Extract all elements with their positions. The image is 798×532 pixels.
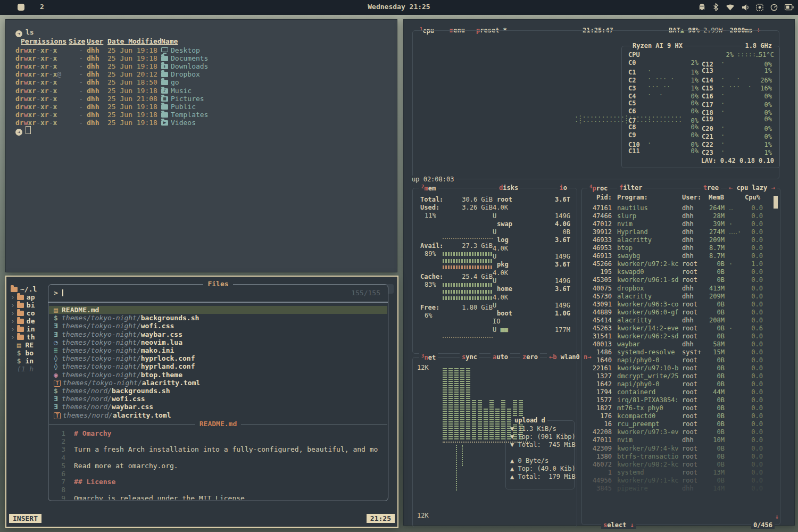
command-text[interactable]: ls — [26, 28, 34, 36]
battery-icon[interactable] — [785, 4, 794, 11]
process-row[interactable]: 46933alacrittydhh209M0.0 — [582, 236, 772, 244]
process-row[interactable]: 46913swaybgdhh8.7M0.0 — [582, 252, 772, 260]
proc-sort-control[interactable]: ← cpu lazy → — [727, 184, 777, 192]
process-row[interactable]: 45266kworker/u97:2-kcroot0B·1.0 — [582, 260, 772, 268]
picker-item[interactable]: Ǝthemes/nord/waybar.css — [49, 403, 387, 411]
net-auto-button[interactable]: auto — [491, 353, 510, 361]
picker-item[interactable]: $themes/tokyo-night/backgrounds.sh — [49, 314, 387, 322]
file-tree-item[interactable]: ›de — [11, 317, 35, 325]
process-row[interactable]: 44956kworker/u97:1-kcroot0B0.0 — [582, 477, 772, 485]
process-row[interactable]: 47161nautilusdhh264M‥0.0 — [582, 204, 772, 212]
process-row[interactable]: 46953btopdhh8.7M0.0 — [582, 244, 772, 252]
process-row[interactable]: 22161kworker/u97:10-broot0B0.0 — [582, 364, 772, 372]
picker-prompt[interactable]: > — [54, 289, 63, 297]
net-box: 3net sync auto zero ←b wlan0 n→ 12K 12K … — [412, 357, 577, 527]
file-tree-item[interactable]: ›$ bo — [11, 349, 34, 357]
process-row[interactable]: 43091kworker/u96:3-coroot0B0.0 — [582, 301, 772, 309]
process-row[interactable]: 39912Hyprlanddhh274M‥‥·0.0 — [582, 228, 772, 236]
process-row[interactable]: 195kswapd0root0B0.0 — [582, 268, 772, 276]
proc-header-user[interactable]: User: — [682, 194, 701, 201]
process-row[interactable]: 176kcompactd0root0B0.0 — [582, 412, 772, 420]
process-row[interactable]: 1642napi/phy0-0root0B0.0 — [582, 380, 772, 388]
process-row[interactable]: 42309kworker/u97:4-kvroot0B0.0 — [582, 445, 772, 453]
cpu-core-row: C50% — [628, 99, 700, 107]
process-row[interactable]: 1794containerdroot44M0.0 — [582, 388, 772, 396]
io-title[interactable]: io — [558, 184, 569, 192]
process-row[interactable]: 45305kworker/u96:1-sdroot0B0.0 — [582, 276, 772, 284]
wifi-icon[interactable] — [726, 4, 735, 11]
process-row[interactable]: 47012nvimdhh39M·0.0 — [582, 220, 772, 228]
file-tree-item[interactable]: ›co — [11, 309, 35, 317]
process-row[interactable]: 1380btrfs-transactioroot0B0.0 — [582, 453, 772, 461]
proc-box: 4proc filter tree ← cpu lazy → Pid: Prog… — [581, 188, 780, 525]
process-row[interactable]: 1systemdroot13M0.0 — [582, 469, 772, 477]
process-row[interactable]: 45414alacrittydhh208M0.0 — [582, 317, 772, 325]
net-sync-button[interactable]: sync — [460, 353, 479, 361]
picker-item[interactable]: $themes/nord/backgrounds.sh — [49, 387, 387, 395]
folder-icon — [161, 112, 168, 118]
file-tree-item[interactable]: ›(1 h — [11, 365, 34, 373]
process-row[interactable]: 46072kworker/u98:2-kcroot0B0.0 — [582, 461, 772, 469]
picker-item[interactable]: ≡themes/tokyo-night/mako.ini — [49, 346, 387, 354]
proc-tree-button[interactable]: tree — [701, 184, 721, 192]
bluetooth-icon[interactable] — [713, 3, 719, 11]
disks-title[interactable]: disks — [497, 184, 520, 192]
proc-select-button[interactable]: select ↓ — [601, 521, 636, 529]
process-row[interactable]: 42208kworker/u97:3-evroot0B0.0 — [582, 428, 772, 436]
file-tree-item[interactable]: ›in — [11, 325, 35, 333]
picker-item[interactable]: Ǝthemes/tokyo-night/waybar.css — [49, 330, 387, 338]
shell-prompt-2[interactable]: ➔ — [15, 126, 31, 134]
picker-item[interactable]: ◊themes/tokyo-night/hyprland.conf — [49, 362, 387, 370]
file-tree-item[interactable]: ›$ in — [11, 357, 34, 365]
folder-icon — [17, 303, 24, 308]
proc-filter-button[interactable]: filter — [617, 184, 644, 192]
file-tree-item[interactable]: ›▤ RE — [11, 341, 34, 349]
gauge-icon[interactable] — [770, 4, 778, 11]
picker-item[interactable]: ▤README.md — [49, 306, 387, 314]
prompt-arrow-icon: ➔ — [15, 129, 22, 136]
picker-item[interactable]: ◔themes/tokyo-night/neovim.lua — [49, 338, 387, 346]
process-row[interactable]: 45263kworker/14:2-everoot0B·0.6 — [582, 325, 772, 332]
css-icon: Ǝ — [54, 322, 62, 330]
css-icon: Ǝ — [54, 395, 62, 403]
proc-title[interactable]: 4proc — [587, 184, 610, 192]
process-row[interactable]: 47011nvimdhh10M0.0 — [582, 436, 772, 444]
file-tree-item[interactable]: ›bi — [11, 301, 35, 309]
process-row[interactable]: 3845pipewiredhh14M0.0 — [582, 485, 772, 493]
proc-scrollbar-thumb[interactable] — [774, 196, 778, 209]
picker-item[interactable]: Ǝthemes/nord/wofi.css — [49, 395, 387, 403]
proc-scroll-down-icon[interactable]: ↓ — [775, 513, 779, 520]
proc-header-program[interactable]: Program: — [617, 194, 648, 201]
process-row[interactable]: 1327dmcrypt_write/25root0B0.0 — [582, 372, 772, 380]
file-tree-item[interactable]: ›th — [11, 333, 35, 341]
picker-item[interactable]: Tthemes/nord/alacritty.toml — [49, 411, 387, 419]
disk-entry: boot1.0G — [493, 310, 570, 318]
volume-icon[interactable] — [742, 4, 749, 11]
process-row[interactable]: 44889kworker/u96:0-gfroot0B0.0 — [582, 309, 772, 317]
proc-header-mem[interactable]: MemB — [709, 194, 724, 201]
updates-icon[interactable] — [698, 3, 706, 11]
net-zero-button[interactable]: zero — [520, 353, 540, 361]
process-row[interactable]: 1827mt76-tx phy0root0B0.0 — [582, 404, 772, 412]
process-row[interactable]: 40075dropboxdhh413M0.0 — [582, 285, 772, 293]
process-row[interactable]: 47466slurpdhh28M0.0 — [582, 212, 772, 220]
mem-title[interactable]: 2mem — [419, 184, 438, 192]
process-row[interactable]: 16rcu_preemptroot0B0.0 — [582, 420, 772, 428]
proc-header-pid[interactable]: Pid: — [582, 194, 612, 201]
process-row[interactable]: 1486systemd-resolvesyst+15M0.0 — [582, 348, 772, 356]
screencast-icon[interactable] — [756, 4, 763, 11]
file-tree-item[interactable]: ~/.l — [11, 285, 37, 293]
picker-item[interactable]: ◉themes/tokyo-night/btop.theme — [49, 371, 387, 379]
file-tree-item[interactable]: ›ap — [11, 293, 35, 301]
proc-header-cpu[interactable]: Cpu% — [745, 194, 760, 201]
picker-item[interactable]: ◊themes/tokyo-night/hyprlock.conf — [49, 354, 387, 362]
net-title[interactable]: 3net — [419, 353, 438, 361]
process-row[interactable]: 40013waybardhh58M0.0 — [582, 340, 772, 348]
process-row[interactable]: 1640napi/phy0-0root0B0.0 — [582, 356, 772, 364]
picker-item[interactable]: Ǝthemes/tokyo-night/wofi.css — [49, 322, 387, 330]
picker-item[interactable]: Tthemes/tokyo-night/alacritty.toml — [49, 379, 387, 387]
process-row[interactable]: 31541kworker/u96:2-sdroot0B0.0 — [582, 332, 772, 340]
cpu-core-row: C02% — [628, 59, 700, 66]
process-row[interactable]: 1577irq/81-PIXA3854:root0B0.0 — [582, 396, 772, 404]
process-row[interactable]: 45730alacrittydhh209M0.0 — [582, 293, 772, 301]
